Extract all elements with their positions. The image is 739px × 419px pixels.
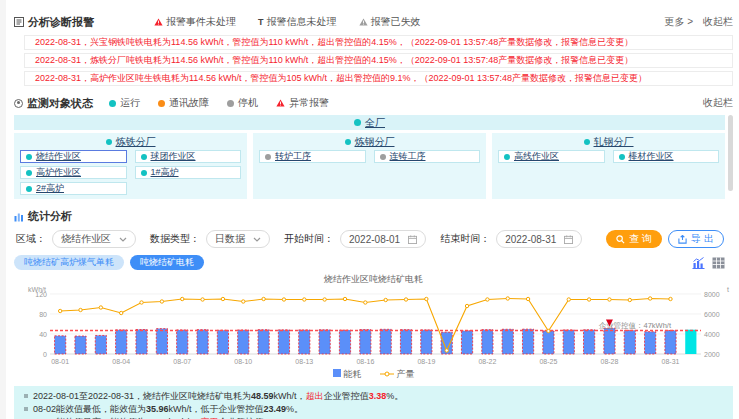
production-point [79,308,82,311]
datatype-select[interactable]: 日数据 [206,230,270,248]
collapse-link[interactable]: 收起栏 [703,15,733,29]
energy-bar [482,330,493,354]
alert-row[interactable]: 2022-08-31，兴宝钢铁吨铁电耗为114.56 kWh/t，管控值为110… [24,35,733,50]
summary-text: 08-02能效值最低，能效值为35.96kWh/t，低于企业管控值23.49%。 [33,403,303,416]
end-date-input[interactable]: 2022-08-31 [496,230,582,248]
plant-node-label: 转炉工序 [275,150,311,163]
production-point [323,298,326,301]
energy-bar [238,330,249,354]
plant-node[interactable]: 转炉工序 [259,150,366,163]
plant-root-node[interactable]: 全厂 [14,115,725,130]
plant-group-items: 转炉工序连铸工序 [259,150,480,163]
plant-node[interactable]: 烧结作业区 [20,150,127,163]
production-point [58,309,61,312]
energy-bar [319,330,330,354]
plant-group-items: 烧结作业区球团作业区高炉作业区1#高炉2#高炉 [20,150,241,195]
alarm-filter-bar: 报警事件未处理T报警信息未处理报警已失效 [154,15,421,29]
more-link[interactable]: 更多 > [664,15,693,29]
analysis-summary: 2022-08-01至2022-08-31，烧结作业区吨烧结矿电耗为48.59k… [14,386,733,419]
table-view-icon[interactable] [712,257,725,269]
metric-tab[interactable]: 吨烧结矿高炉煤气单耗 [14,255,124,270]
export-button[interactable]: 导 出 [668,230,724,248]
plant-group: 炼钢分厂转炉工序连铸工序 [253,133,486,199]
alarm-panel-title-text: 分析诊断报警 [28,15,94,30]
alarm-filter-item[interactable]: 报警事件未处理 [154,15,236,29]
metric-tab[interactable]: 吨烧结矿电耗 [130,255,204,270]
chart-legend: 能耗产量 [14,368,733,381]
energy-bar [278,330,289,354]
status-collapse-link[interactable]: 收起栏 [703,96,733,110]
status-legend-label: 停机 [238,96,258,110]
status-dot [227,100,234,107]
summary-line: 08-02能效值最低，能效值为35.96kWh/t，低于企业管控值23.49%。 [24,403,723,416]
energy-bar [665,330,676,354]
status-scrollbar[interactable] [728,115,733,191]
warning-triangle-icon [154,18,163,26]
production-point [587,298,590,301]
alarm-filter-item[interactable]: 报警已失效 [359,15,421,29]
status-dot [109,100,116,107]
production-point [425,297,428,300]
status-panel: 监测对象状态 运行通讯故障停机异常报警 收起栏 全厂 炼铁分厂烧结作业区球团作业… [14,96,733,199]
energy-bar [400,330,411,354]
production-point [181,297,184,300]
plant-node[interactable]: 连铸工序 [374,150,481,163]
alert-text: 2022-08-31，炼铁分厂吨铁电耗为114.56 kWh/t，管控值为110… [35,54,633,67]
status-dot [26,154,32,160]
status-legend-item: 运行 [109,96,140,110]
stats-filter-bar: 区域： 烧结作业区 数据类型： 日数据 开始时间： 2022-08-01 结束时… [14,230,733,248]
plant-node[interactable]: 1#高炉 [135,166,242,179]
query-button[interactable]: 查 询 [606,230,662,248]
axis-label: 8000 [704,291,720,298]
status-dot [141,154,147,160]
plant-node[interactable]: 高炉作业区 [20,166,127,179]
alert-row[interactable]: 2022-08-31，高炉作业区吨生铁电耗为114.56 kWh/t，管控值为1… [24,71,733,86]
plant-node-label: 球团作业区 [151,150,196,163]
region-select[interactable]: 烧结作业区 [52,230,136,248]
energy-bar [563,330,574,354]
production-point [364,301,367,304]
plant-node[interactable]: 高线作业区 [498,150,605,163]
energy-bar [339,330,350,354]
start-date-input[interactable]: 2022-08-01 [340,230,426,248]
datatype-label: 数据类型： [150,232,200,246]
plant-node-label: 高炉作业区 [36,166,81,179]
alarm-filter-item[interactable]: T报警信息未处理 [258,15,337,29]
energy-production-chart[interactable]: 040801202000400060008000kWh/tt企业管控值：47kW… [14,286,733,366]
plant-node[interactable]: 棒材作业区 [613,150,720,163]
calendar-icon [564,235,573,244]
production-point [486,298,489,301]
plant-group-header[interactable]: 轧钢分厂 [498,135,719,149]
production-point [221,297,224,300]
plant-group-header[interactable]: 炼铁分厂 [20,135,241,149]
status-dot [158,100,165,107]
production-point [506,297,509,300]
energy-bar [584,330,595,354]
warning-triangle-icon [359,18,368,26]
status-dot [584,139,590,145]
energy-bar [421,330,432,354]
search-icon [616,235,625,244]
energy-bar [645,332,656,354]
production-point [99,306,102,309]
energy-bar [522,329,533,354]
production-point [628,298,631,301]
warning-triangle-icon [276,99,285,107]
alarm-filter-label: 报警信息未处理 [267,15,337,29]
plant-node[interactable]: 球团作业区 [135,150,242,163]
energy-bar [380,329,391,354]
energy-bar [156,329,167,354]
legend-production[interactable]: 产量 [380,368,415,381]
production-point [303,298,306,301]
production-point [465,304,468,307]
chart-view-icon[interactable] [692,257,705,269]
status-dot [504,154,510,160]
alert-row[interactable]: 2022-08-31，炼铁分厂吨铁电耗为114.56 kWh/t，管控值为110… [24,53,733,68]
metric-tabs: 吨烧结矿高炉煤气单耗吨烧结矿电耗 [14,255,733,270]
axis-label: 08-28 [601,358,619,365]
plant-group-header[interactable]: 炼钢分厂 [259,135,480,149]
production-point [262,297,265,300]
plant-node[interactable]: 2#高炉 [20,182,127,195]
summary-text: 2022-08-01至2022-08-31，烧结作业区吨烧结矿电耗为48.59k… [33,390,403,403]
legend-energy[interactable]: 能耗 [333,368,362,381]
